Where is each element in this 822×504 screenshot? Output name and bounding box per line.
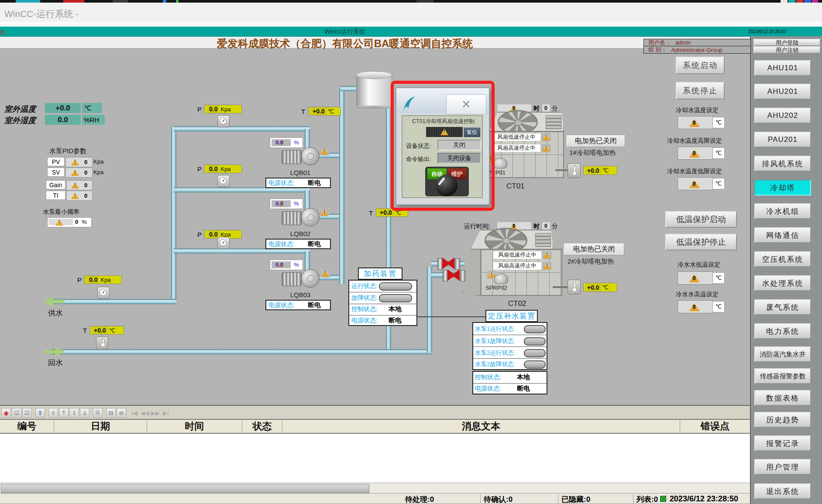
- pump-graphic[interactable]: [282, 146, 319, 166]
- pipe-supply-line: [52, 299, 176, 304]
- reset-button[interactable]: 复位: [464, 127, 480, 137]
- user-group-row: 组 别： Administrator-Group: [643, 46, 751, 54]
- alarm-rows-area[interactable]: [0, 434, 750, 483]
- makeup-title-box: 定压补水装置: [485, 310, 538, 322]
- power-label: 电源状态:: [268, 240, 295, 248]
- pid-sv-value: 0: [84, 169, 87, 176]
- min-freq-field[interactable]: 0 %: [47, 217, 92, 227]
- sidebar-item-pau201[interactable]: PAU201: [754, 132, 811, 147]
- low-temp-protect-stop-button[interactable]: 低温保护停止: [665, 234, 737, 250]
- sidebar-item-waste-gas[interactable]: 废气系统: [754, 299, 811, 315]
- nav-first-icon[interactable]: I◀: [130, 408, 139, 418]
- valve-flange: [443, 270, 448, 281]
- logout-button[interactable]: 用户注销: [753, 46, 821, 54]
- pid-ti-value: 0: [84, 192, 87, 199]
- pid-sv-field[interactable]: 0: [65, 168, 93, 178]
- col-time[interactable]: 时间: [147, 420, 242, 433]
- pump-graphic[interactable]: [282, 268, 319, 288]
- sidebar-item-water-treatment[interactable]: 水处理系统: [754, 275, 811, 291]
- col-message[interactable]: 消息文本: [282, 420, 680, 433]
- first-page-icon[interactable]: ⤒: [59, 408, 69, 418]
- popup-close-button[interactable]: ✕: [446, 94, 486, 114]
- spray-pump-icon: [493, 158, 507, 168]
- sidebar-item-exhaust-fan[interactable]: 排风机系统: [754, 156, 811, 171]
- pressure-box: 0.0 Kpa: [204, 165, 242, 173]
- page-up-icon[interactable]: ⇧: [48, 408, 58, 418]
- autoscroll-icon[interactable]: ⇕: [35, 408, 45, 418]
- sidebar-item-alarm-record[interactable]: 报警记录: [754, 435, 811, 451]
- makeup-power-label: 电源状态:: [475, 385, 501, 393]
- ack-single-icon[interactable]: ☑: [12, 408, 21, 418]
- sidebar-item-ahu101[interactable]: AHU101: [754, 60, 811, 76]
- pump-name: LQB03: [282, 291, 319, 298]
- mode-switch-panel: 自动 维护: [425, 167, 469, 196]
- hide-alarm-icon[interactable]: ⊖: [117, 408, 126, 418]
- dosing-title-box: 加药装置: [358, 267, 402, 280]
- sidebar-item-air-compressor[interactable]: 空压机系统: [754, 251, 811, 267]
- setpoint-field[interactable]: 0: [678, 177, 713, 190]
- page-down-icon[interactable]: ⇩: [69, 408, 79, 418]
- fan-low-status: 风扇低速停止中: [492, 134, 540, 141]
- sidebar-item-user-management[interactable]: 用户管理: [754, 459, 811, 475]
- info-dialog-icon[interactable]: ⎘: [93, 408, 103, 418]
- pump-motor: [282, 211, 302, 225]
- pid-pv-label: PV: [47, 157, 65, 166]
- system-start-button[interactable]: 系统启动: [676, 57, 725, 74]
- sidebar-item-network[interactable]: 网络通信: [754, 227, 811, 243]
- pipe-pump2-drop: [305, 190, 310, 209]
- setpoint-field[interactable]: 0: [678, 147, 713, 160]
- hscroll-thumb[interactable]: [1, 484, 369, 493]
- low-temp-protect-start-button[interactable]: 低温保护启动: [665, 211, 737, 228]
- fan-high-warning: [541, 144, 551, 152]
- col-status[interactable]: 状态: [242, 420, 282, 433]
- sidebar-item-exit-system[interactable]: 退出系统: [754, 483, 811, 499]
- alarm-hscrollbar[interactable]: [0, 483, 750, 494]
- red-valve-icon[interactable]: [442, 257, 454, 269]
- nav-last-icon[interactable]: ▶I: [161, 408, 171, 418]
- lock-icon[interactable]: ⊟: [106, 408, 116, 418]
- nav-next-icon[interactable]: ▶▶: [151, 408, 160, 418]
- return-label: 回水: [48, 358, 63, 368]
- col-date[interactable]: 日期: [54, 420, 147, 433]
- status-list: 列表:0: [636, 494, 658, 504]
- mode-knob[interactable]: [436, 175, 457, 196]
- col-errorpoint[interactable]: 错误点: [680, 420, 750, 433]
- makeup-row-indicator: [524, 325, 546, 333]
- user-group-label: 组 别：: [648, 46, 667, 54]
- pid-gain-field[interactable]: 0: [66, 180, 93, 190]
- sidebar-item-power-system[interactable]: 电力系统: [754, 323, 811, 339]
- system-stop-button[interactable]: 系统停止: [676, 82, 725, 99]
- pressure-unit: Kpa: [99, 277, 112, 283]
- heater-status: 电加热已关闭: [573, 245, 615, 254]
- last-page-icon[interactable]: ⤓: [80, 408, 89, 418]
- nav-prev-icon[interactable]: ◀◀: [140, 408, 150, 418]
- sidebar-item-chiller[interactable]: 冷水机组: [754, 203, 811, 219]
- sidebar-item-cooling-tower[interactable]: 冷却塔: [754, 180, 811, 195]
- sidebar-item-sensor-alarm-params[interactable]: 传感器报警参数: [754, 368, 811, 384]
- pid-pv-value: 0: [84, 159, 87, 165]
- login-button[interactable]: 用户登陆: [753, 39, 821, 46]
- col-number[interactable]: 编号: [0, 420, 54, 433]
- pid-title: 水泵PID参数: [49, 147, 86, 155]
- pid-pv-field[interactable]: 0: [65, 157, 93, 167]
- pressure-box: 0.0 Kpa: [204, 105, 242, 113]
- temp-label: T: [83, 327, 87, 334]
- sidebar-item-ahu201[interactable]: AHU201: [754, 84, 811, 99]
- valve-flange: [437, 258, 443, 270]
- pid-ti-field[interactable]: 0: [66, 191, 93, 201]
- makeup-row-label: 水泵2运行状态:: [475, 349, 515, 357]
- sidebar-item-fire-steam-sump[interactable]: 消防蒸汽集水井: [754, 346, 811, 362]
- app-bar: C Wincc运行系统 2023/6/12 23:28:50: [0, 27, 822, 37]
- red-valve-icon[interactable]: [447, 269, 460, 281]
- sidebar-item-history-trend[interactable]: 历史趋势: [754, 412, 811, 428]
- pump-graphic[interactable]: [282, 207, 319, 227]
- sidebar-item-data-table[interactable]: 数据表格: [754, 390, 811, 406]
- setpoint-field[interactable]: 0: [678, 271, 713, 285]
- pid-pv-unit: Kpa: [93, 158, 103, 165]
- setpoint-field[interactable]: 0: [678, 300, 713, 313]
- alarm-list-icon[interactable]: ◉: [1, 408, 11, 418]
- cmd-output-value-box: 关闭设备: [437, 153, 481, 164]
- ack-all-icon[interactable]: ☑: [22, 408, 32, 418]
- setpoint-field[interactable]: 0: [678, 116, 713, 129]
- sidebar-item-ahu202[interactable]: AHU202: [754, 108, 811, 123]
